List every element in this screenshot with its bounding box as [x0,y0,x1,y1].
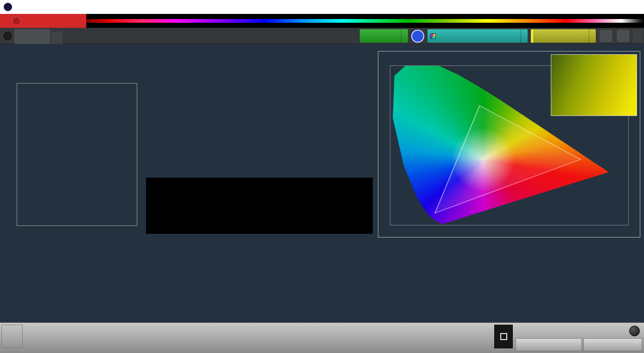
status-light [629,326,640,336]
tab-history-1[interactable] [14,29,50,44]
active-pattern-indicator[interactable] [1,325,23,348]
pattern-source-button[interactable] [427,29,528,43]
calman-logo-menu[interactable] [0,14,86,28]
cie-x-axis [390,227,629,233]
target-label-wrap [147,206,153,233]
panel-expander-icon[interactable] [2,31,13,41]
help-button[interactable] [616,29,630,43]
minimize-button[interactable] [580,0,601,14]
next-button[interactable] [583,338,642,351]
brand-bar [0,14,644,28]
device-cluster [360,29,643,43]
actual-target-swatch-panel [146,178,373,234]
cie-1931-panel [378,51,640,237]
actual-label-wrap [147,180,153,206]
app-icon [4,3,12,11]
meter-device-button[interactable] [360,29,408,43]
chevron-down-icon[interactable] [589,29,596,43]
deltae-x-axis [17,228,137,235]
stop-square-icon [500,333,507,340]
chevron-down-icon[interactable] [401,29,408,43]
settings-gear-icon[interactable] [599,29,613,43]
swatch-side-labels [147,180,153,233]
logo-caret-icon[interactable] [12,17,21,26]
display-control-button[interactable] [531,29,596,43]
close-button[interactable] [623,0,644,14]
tab-bar [0,28,644,44]
title-bar [0,0,644,14]
chevron-down-icon[interactable] [521,29,528,43]
pattern-bar [0,322,644,353]
deltae-y-axis [0,83,15,226]
swatch-items [153,180,371,233]
maximize-button[interactable] [601,0,623,14]
back-button[interactable] [516,338,582,351]
add-tab-button[interactable] [51,32,63,44]
deltae-chart [17,83,137,226]
window-controls [580,0,644,14]
pattern-generator-icon [430,33,436,39]
cie-zoom-inset [551,54,637,116]
calman-window [0,0,644,353]
stop-pattern-button[interactable] [494,325,513,348]
meter-count-badge[interactable] [411,30,424,43]
cie-y-axis [379,65,389,225]
collapse-panel-icon[interactable] [633,29,643,43]
workspace [0,44,644,322]
rainbow-gradient-strip [86,19,644,23]
